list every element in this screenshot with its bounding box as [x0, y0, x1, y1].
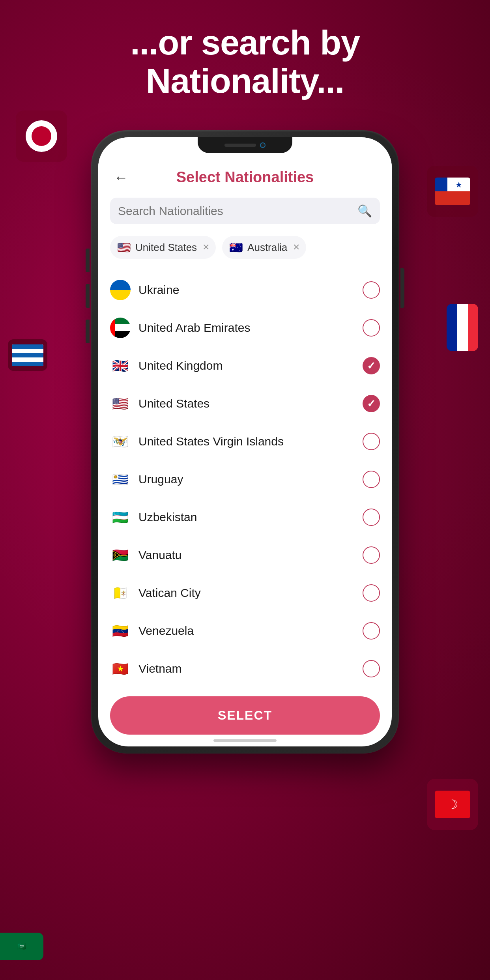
flag-usvi: 🇻🇮	[110, 431, 131, 452]
country-name-venezuela: Venezuela	[138, 624, 355, 638]
country-item-uk[interactable]: 🇬🇧 United Kingdom	[98, 347, 392, 385]
home-indicator	[213, 739, 277, 742]
country-item-vanuatu[interactable]: 🇻🇺 Vanuatu	[98, 536, 392, 574]
country-name-vietnam: Vietnam	[138, 662, 355, 675]
tag-flag-us: 🇺🇸	[116, 240, 131, 255]
badge-japan	[16, 110, 67, 162]
flag-venezuela: 🇻🇪	[110, 621, 131, 641]
checkbox-vanuatu[interactable]	[363, 546, 380, 564]
country-item-vatican[interactable]: 🇻🇦 Vatican City	[98, 574, 392, 612]
country-list[interactable]: Ukraine United Arab Emirates 🇬🇧 United K…	[98, 267, 392, 690]
badge-greece	[8, 339, 47, 371]
checkbox-uruguay[interactable]	[363, 471, 380, 488]
flag-vanuatu: 🇻🇺	[110, 545, 131, 565]
tag-flag-au: 🇦🇺	[228, 240, 243, 255]
checkbox-vatican[interactable]	[363, 584, 380, 602]
notch	[198, 137, 292, 153]
checkbox-us[interactable]	[363, 395, 380, 412]
country-item-us[interactable]: 🇺🇸 United States	[98, 385, 392, 423]
badge-saudi: 🇸🇦	[0, 933, 43, 960]
country-item-ukraine[interactable]: Ukraine	[98, 271, 392, 309]
tag-remove-au[interactable]: ✕	[293, 242, 300, 252]
country-item-uzbekistan[interactable]: 🇺🇿 Uzbekistan	[98, 498, 392, 536]
country-item-wallis[interactable]: 🇼🇫 Wallis and Futuna	[98, 688, 392, 690]
flag-uruguay: 🇺🇾	[110, 469, 131, 490]
country-name-uzbekistan: Uzbekistan	[138, 511, 355, 524]
country-item-uae[interactable]: United Arab Emirates	[98, 309, 392, 347]
country-name-vanuatu: Vanuatu	[138, 548, 355, 562]
checkbox-uae[interactable]	[363, 319, 380, 337]
search-icon: 🔍	[357, 204, 372, 218]
app-content: ← Select Nationalities 🔍 🇺🇸 United State…	[98, 137, 392, 746]
screen-title: Select Nationalities	[176, 169, 314, 186]
country-name-usvi: United States Virgin Islands	[138, 435, 355, 448]
flag-uae	[110, 318, 131, 338]
tag-remove-us[interactable]: ✕	[202, 242, 209, 252]
search-input[interactable]	[118, 204, 353, 218]
country-name-uruguay: Uruguay	[138, 473, 355, 486]
tag-label-us: United States	[135, 241, 197, 254]
checkbox-venezuela[interactable]	[363, 622, 380, 640]
back-button[interactable]: ←	[114, 169, 128, 186]
tag-australia[interactable]: 🇦🇺 Australia ✕	[222, 236, 306, 259]
flag-ukraine	[110, 280, 131, 300]
badge-france	[447, 304, 478, 351]
country-item-vietnam[interactable]: 🇻🇳 Vietnam	[98, 650, 392, 688]
checkbox-ukraine[interactable]	[363, 281, 380, 299]
flag-uk: 🇬🇧	[110, 355, 131, 376]
country-name-us: United States	[138, 397, 355, 410]
phone-mockup: ← Select Nationalities 🔍 🇺🇸 United State…	[91, 130, 399, 754]
country-item-uruguay[interactable]: 🇺🇾 Uruguay	[98, 460, 392, 498]
country-item-usvi[interactable]: 🇻🇮 United States Virgin Islands	[98, 423, 392, 460]
front-camera	[260, 142, 266, 148]
flag-uzbekistan: 🇺🇿	[110, 507, 131, 527]
phone-outer: ← Select Nationalities 🔍 🇺🇸 United State…	[91, 130, 399, 754]
flag-vietnam: 🇻🇳	[110, 658, 131, 679]
tag-united-states[interactable]: 🇺🇸 United States ✕	[110, 236, 216, 259]
search-container: 🔍	[98, 194, 392, 232]
phone-screen: ← Select Nationalities 🔍 🇺🇸 United State…	[98, 137, 392, 746]
country-name-uae: United Arab Emirates	[138, 321, 355, 335]
country-name-vatican: Vatican City	[138, 586, 355, 600]
badge-chile: ★	[427, 166, 478, 217]
country-name-uk: United Kingdom	[138, 359, 355, 372]
flag-vatican: 🇻🇦	[110, 583, 131, 603]
speaker	[224, 144, 256, 147]
tag-label-au: Australia	[247, 241, 287, 254]
app-header: ← Select Nationalities	[98, 157, 392, 194]
checkbox-vietnam[interactable]	[363, 660, 380, 677]
badge-turkey: ☽	[427, 779, 478, 830]
checkbox-usvi[interactable]	[363, 433, 380, 450]
select-button[interactable]: SELECT	[110, 696, 380, 735]
search-bar[interactable]: 🔍	[110, 198, 380, 224]
checkbox-uk[interactable]	[363, 357, 380, 374]
country-name-ukraine: Ukraine	[138, 283, 355, 297]
country-item-venezuela[interactable]: 🇻🇪 Venezuela	[98, 612, 392, 650]
page-heading: ...or search by Nationality...	[0, 24, 490, 100]
checkbox-uzbekistan[interactable]	[363, 509, 380, 526]
selected-tags: 🇺🇸 United States ✕ 🇦🇺 Australia ✕	[98, 232, 392, 267]
flag-us: 🇺🇸	[110, 393, 131, 414]
